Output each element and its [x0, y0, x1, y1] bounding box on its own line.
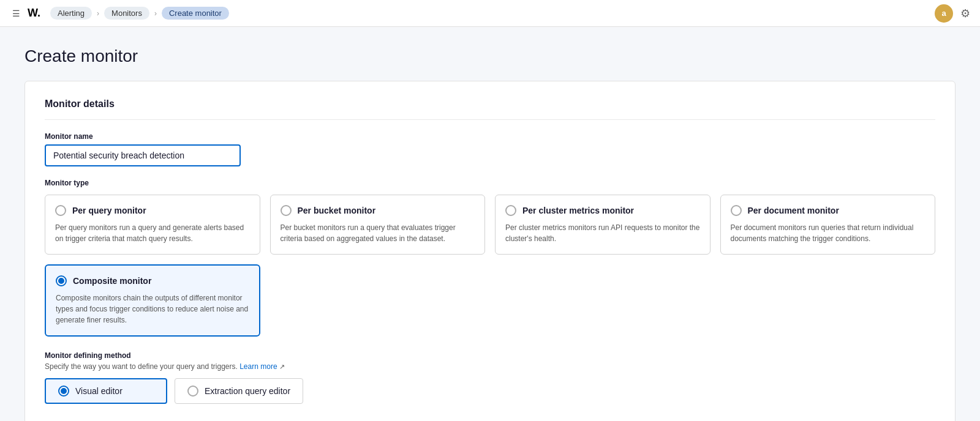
monitor-type-composite[interactable]: Composite monitor Composite monitors cha… — [45, 264, 260, 337]
per-document-header: Per document monitor — [731, 205, 925, 216]
per-bucket-desc: Per bucket monitors run a query that eva… — [281, 222, 475, 244]
per-bucket-radio[interactable] — [281, 205, 292, 216]
gear-icon[interactable]: ⚙ — [960, 7, 970, 20]
learn-more-link[interactable]: Learn more — [239, 362, 277, 371]
breadcrumb-alerting[interactable]: Alerting — [50, 7, 92, 20]
composite-title: Composite monitor — [73, 276, 151, 286]
breadcrumb-sep-2: › — [154, 9, 157, 18]
per-bucket-header: Per bucket monitor — [281, 205, 475, 216]
monitor-type-per-document[interactable]: Per document monitor Per document monito… — [720, 195, 936, 255]
per-document-desc: Per document monitors run queries that r… — [731, 222, 925, 244]
nav-right: a ⚙ — [935, 4, 970, 23]
defining-method-label: Monitor defining method — [45, 351, 935, 360]
top-nav: ☰ W. Alerting › Monitors › Create monito… — [0, 0, 980, 27]
logo: W. — [28, 7, 40, 20]
defining-method-options: Visual editor Extraction query editor — [45, 378, 935, 404]
extraction-query-radio[interactable] — [187, 386, 198, 397]
monitor-name-input[interactable] — [45, 144, 241, 166]
external-link-icon: ↗ — [279, 363, 285, 370]
monitor-details-card: Monitor details Monitor name Monitor typ… — [24, 81, 956, 421]
visual-editor-label: Visual editor — [75, 386, 123, 396]
per-query-title: Per query monitor — [72, 206, 146, 215]
composite-desc: Composite monitors chain the outputs of … — [56, 292, 249, 326]
composite-radio[interactable] — [56, 275, 67, 286]
per-cluster-desc: Per cluster metrics monitors run API req… — [505, 222, 700, 244]
defining-method-sub: Specify the way you want to define your … — [45, 362, 935, 371]
card-section-title: Monitor details — [45, 99, 935, 120]
monitor-type-label: Monitor type — [45, 179, 935, 187]
breadcrumb-create-monitor[interactable]: Create monitor — [162, 7, 229, 20]
per-query-header: Per query monitor — [55, 205, 250, 216]
breadcrumb-sep-1: › — [97, 9, 99, 18]
monitor-type-per-bucket[interactable]: Per bucket monitor Per bucket monitors r… — [270, 195, 486, 255]
per-document-title: Per document monitor — [748, 206, 839, 215]
monitor-composite-row: Composite monitor Composite monitors cha… — [45, 264, 935, 337]
monitor-name-label: Monitor name — [45, 132, 935, 141]
per-cluster-header: Per cluster metrics monitor — [505, 205, 700, 216]
per-bucket-title: Per bucket monitor — [298, 206, 376, 215]
monitor-type-per-query[interactable]: Per query monitor Per query monitors run… — [45, 195, 260, 255]
composite-header: Composite monitor — [56, 275, 249, 286]
per-cluster-title: Per cluster metrics monitor — [522, 206, 634, 215]
page-title: Create monitor — [24, 47, 956, 66]
per-query-desc: Per query monitors run a query and gener… — [55, 222, 250, 244]
visual-editor-radio[interactable] — [58, 386, 69, 397]
breadcrumb-monitors[interactable]: Monitors — [104, 7, 149, 20]
hamburger-icon[interactable]: ☰ — [10, 6, 23, 21]
defining-method-extraction-query[interactable]: Extraction query editor — [175, 378, 303, 404]
per-document-radio[interactable] — [731, 205, 742, 216]
avatar[interactable]: a — [935, 4, 953, 23]
page-content: Create monitor Monitor details Monitor n… — [0, 27, 980, 421]
composite-radio-inner — [58, 278, 64, 284]
visual-editor-radio-inner — [61, 388, 67, 394]
monitor-type-per-cluster[interactable]: Per cluster metrics monitor Per cluster … — [495, 195, 710, 255]
defining-method-visual-editor[interactable]: Visual editor — [45, 378, 167, 404]
per-cluster-radio[interactable] — [505, 205, 516, 216]
extraction-query-label: Extraction query editor — [205, 386, 290, 396]
per-query-radio[interactable] — [55, 205, 66, 216]
monitor-type-grid: Per query monitor Per query monitors run… — [45, 195, 935, 255]
